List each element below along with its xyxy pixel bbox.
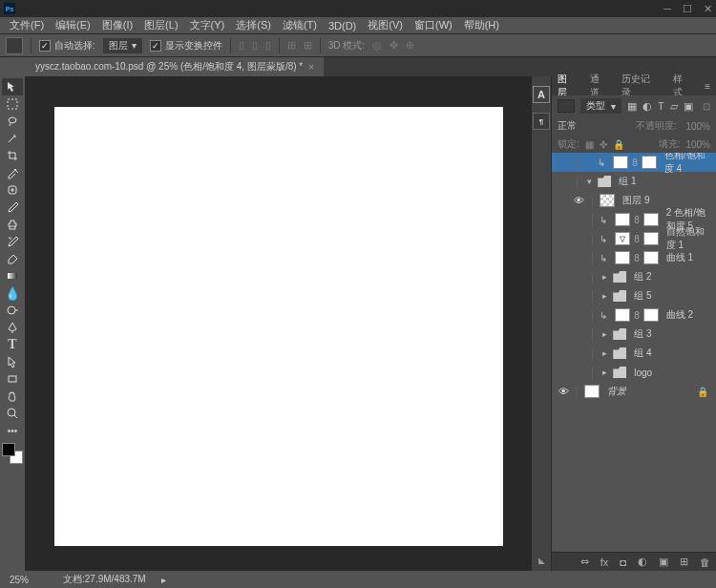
fill-value[interactable]: 100% <box>685 139 710 150</box>
layer-name[interactable]: 组 1 <box>615 175 712 188</box>
zoom-3d-icon[interactable]: ⊕ <box>406 39 414 52</box>
mask-thumb[interactable] <box>642 156 657 169</box>
eraser-tool[interactable] <box>2 250 23 267</box>
menu-view[interactable]: 视图(V) <box>362 18 409 32</box>
layer-group-1[interactable]: │ ▾ 组 1 <box>552 172 716 191</box>
blend-mode-select[interactable]: 正常 <box>558 119 626 133</box>
layer-group-5[interactable]: │ ▸ 组 5 <box>552 286 716 305</box>
orbit-3d-icon[interactable]: ◎ <box>372 39 382 52</box>
document-size[interactable]: 文档:27.9M/483.7M <box>63 573 146 586</box>
layer-name[interactable]: 背景 <box>603 385 693 398</box>
layer-name[interactable]: 组 3 <box>630 327 712 341</box>
layer-name[interactable]: 组 2 <box>630 270 712 284</box>
layer-group-3[interactable]: │ ▸ 组 3 <box>552 325 716 344</box>
layer-name[interactable]: 图层 9 <box>619 194 712 207</box>
filter-kind-select[interactable]: 类型▾ <box>580 98 621 114</box>
opacity-value[interactable]: 100% <box>685 121 710 132</box>
type-tool[interactable]: T <box>2 336 23 353</box>
menu-file[interactable]: 文件(F) <box>4 18 50 32</box>
pen-tool[interactable] <box>2 319 23 336</box>
crop-tool[interactable] <box>2 147 23 164</box>
layer-background[interactable]: 👁│ 背景 🔒 <box>552 382 716 401</box>
filter-search-icon[interactable] <box>558 99 575 113</box>
layer-name[interactable]: logo <box>630 368 712 378</box>
align-left-icon[interactable]: ▯ <box>239 39 244 52</box>
layer-group-2[interactable]: │ ▸ 组 2 <box>552 267 716 286</box>
distribute-icon[interactable]: ⊞ <box>304 39 312 52</box>
expand-arrow-icon[interactable]: ▸ <box>600 272 609 282</box>
expand-arrow-icon[interactable]: ▸ <box>600 368 609 377</box>
zoom-tool[interactable] <box>2 405 23 422</box>
character-panel-icon[interactable]: A <box>533 86 550 103</box>
layer-hue-sat-4[interactable]: │ ↳ 8 色相/饱和度 4 <box>552 153 716 172</box>
dock-expand-icon[interactable]: ◣ <box>538 556 545 565</box>
show-transform-checkbox[interactable]: ✓ 显示变换控件 <box>150 39 222 52</box>
link-layers-icon[interactable]: ⇔ <box>580 556 589 568</box>
new-layer-icon[interactable]: ⊞ <box>680 556 688 568</box>
layer-name[interactable]: 组 5 <box>630 289 712 303</box>
path-selection-tool[interactable] <box>2 353 23 370</box>
filter-shape-icon[interactable]: ▱ <box>670 100 678 113</box>
paragraph-panel-icon[interactable]: ¶ <box>533 113 550 130</box>
blur-tool[interactable]: 💧 <box>2 284 23 302</box>
clone-stamp-tool[interactable] <box>2 216 23 233</box>
layer-name[interactable]: 组 4 <box>630 346 712 360</box>
layer-vibrance-1[interactable]: │ ↳ ▽ 8 自然饱和度 1 <box>552 229 716 248</box>
magic-wand-tool[interactable] <box>2 130 23 147</box>
menu-layer[interactable]: 图层(L) <box>138 18 183 32</box>
layer-group-logo[interactable]: │ ▸ logo <box>552 363 716 382</box>
lock-pixels-icon[interactable]: ▦ <box>585 139 594 150</box>
auto-select-checkbox[interactable]: ✓ 自动选择: <box>39 39 95 52</box>
lock-icon[interactable]: 🔒 <box>697 387 708 397</box>
hand-tool[interactable] <box>2 388 23 405</box>
layer-fx-icon[interactable]: fx <box>600 556 609 568</box>
distribute-icon[interactable]: ⊞ <box>287 39 296 52</box>
pan-3d-icon[interactable]: ✥ <box>390 39 398 52</box>
layer-curves-1[interactable]: │ ↳ 8 曲线 1 <box>552 248 716 267</box>
zoom-level[interactable]: 25% <box>10 575 48 585</box>
layer-name[interactable]: 曲线 2 <box>663 308 712 322</box>
delete-layer-icon[interactable]: 🗑 <box>700 556 710 568</box>
visibility-toggle[interactable]: 👁 <box>571 195 586 206</box>
panel-menu-icon[interactable]: ≡ <box>705 81 710 92</box>
mask-thumb[interactable] <box>643 213 659 226</box>
align-right-icon[interactable]: ▯ <box>265 39 271 52</box>
healing-brush-tool[interactable] <box>2 181 23 199</box>
new-adjustment-icon[interactable]: ◐ <box>638 556 647 568</box>
mask-thumb[interactable] <box>643 232 659 245</box>
layer-name[interactable]: 曲线 1 <box>663 251 712 264</box>
menu-select[interactable]: 选择(S) <box>230 18 277 32</box>
color-swatches[interactable] <box>2 443 23 464</box>
minimize-button[interactable]: ─ <box>663 3 671 15</box>
layer-group-4[interactable]: │ ▸ 组 4 <box>552 344 716 363</box>
menu-edit[interactable]: 编辑(E) <box>50 18 96 32</box>
menu-3d[interactable]: 3D(D) <box>323 20 362 32</box>
document-canvas[interactable] <box>54 107 503 546</box>
new-group-icon[interactable]: ▣ <box>659 556 668 568</box>
move-tool-preset-icon[interactable] <box>6 37 23 54</box>
filter-image-icon[interactable]: ▦ <box>627 100 637 113</box>
lasso-tool[interactable] <box>2 113 23 130</box>
expand-arrow-icon[interactable]: ▸ <box>600 291 609 301</box>
dodge-tool[interactable] <box>2 302 23 319</box>
menu-filter[interactable]: 滤镜(T) <box>277 18 323 32</box>
expand-arrow-icon[interactable]: ▸ <box>600 329 609 339</box>
menu-help[interactable]: 帮助(H) <box>458 18 505 32</box>
align-center-icon[interactable]: ▯ <box>252 39 258 52</box>
menu-type[interactable]: 文字(Y) <box>184 18 231 32</box>
edit-toolbar-icon[interactable]: ••• <box>2 422 23 439</box>
filter-adjust-icon[interactable]: ◐ <box>642 100 652 113</box>
gradient-tool[interactable] <box>2 267 23 284</box>
menu-image[interactable]: 图像(I) <box>96 18 138 32</box>
add-mask-icon[interactable]: ◘ <box>620 556 626 568</box>
maximize-button[interactable]: ☐ <box>683 3 692 15</box>
filter-toggle-icon[interactable]: ⊡ <box>703 101 710 112</box>
canvas-viewport[interactable] <box>26 76 532 571</box>
history-brush-tool[interactable] <box>2 233 23 250</box>
brush-tool[interactable] <box>2 199 23 216</box>
status-arrow-icon[interactable]: ▸ <box>161 575 166 585</box>
mask-thumb[interactable] <box>643 251 659 264</box>
lock-all-icon[interactable]: 🔒 <box>613 139 624 150</box>
expand-arrow-icon[interactable]: ▾ <box>584 177 594 186</box>
lock-position-icon[interactable]: ✜ <box>600 139 607 150</box>
